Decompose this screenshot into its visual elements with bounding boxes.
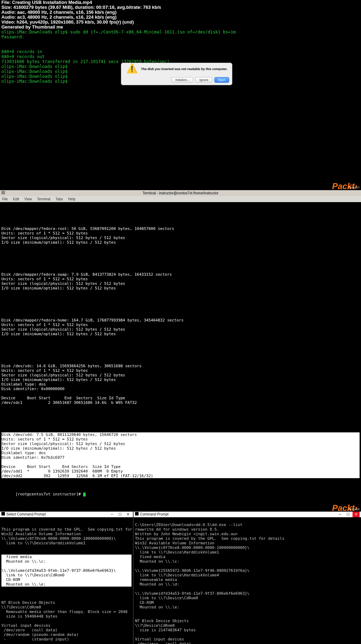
cmd-icon [135, 512, 139, 515]
records-out: 680+0 records out [1, 54, 360, 59]
cmd-left-output-1: This program is covered by the GPL. See … [1, 527, 131, 545]
minimize-icon[interactable]: ─ [336, 512, 343, 517]
cmd-titlebar-left[interactable]: Select Command Prompt ─ ☐ ✕ [0, 512, 133, 517]
records-in: 680+0 records in [1, 49, 360, 54]
linux-terminal-panel: Terminal - instructor@centos7vt:/home/in… [0, 190, 361, 512]
maximize-icon[interactable]: ☐ [344, 512, 351, 517]
ignore-button[interactable]: Ignore [195, 77, 212, 83]
menu-help[interactable]: Help [68, 197, 75, 201]
fdisk-fedora-home: Disk /dev/mapper/fedora-home: 164.7 GiB,… [1, 318, 360, 336]
initialize-button[interactable]: Initialize... [171, 77, 193, 83]
cmd-window-right: Command Prompt ─ ☐ ✕ C:\Users\IEUser\Dow… [134, 512, 361, 644]
menu-file[interactable]: File [2, 197, 8, 201]
password-prompt[interactable]: Password: [1, 35, 360, 39]
cmd-titlebar-right[interactable]: Command Prompt ─ ☐ ✕ [134, 512, 361, 517]
terminal-titlebar[interactable]: Terminal - instructor@centos7vt:/home/in… [0, 190, 361, 196]
video-timestamp: 00:02:17 [349, 185, 360, 190]
cmd-left-output-2: NT Block Device Objects \\?\Device\CdRom… [1, 596, 131, 644]
video-timestamp: 00:03:02 [349, 507, 360, 512]
minimize-icon[interactable]: ─ [108, 512, 115, 517]
fdisk-sdc: Disk /dev/sdc: 14.6 GiB, 15693664256 byt… [1, 364, 360, 405]
fdisk-fedora-root: Disk /dev/mapper/fedora-root: 50 GiB, 53… [1, 226, 360, 245]
fdisk-fedora-swap: Disk /dev/mapper/fedora-swap: 7.9 GiB, 8… [1, 272, 360, 290]
window-close-icon[interactable] [1, 191, 5, 194]
maximize-icon[interactable]: ☐ [116, 512, 123, 517]
cmd-right-output: C:\Users\IEUser\Downloads>dd-0.5\dd.exe … [134, 517, 361, 644]
cmd-window-left: Select Command Prompt ─ ☐ ✕ This program… [0, 512, 133, 644]
cursor-icon [83, 493, 86, 496]
menu-edit[interactable]: Edit [13, 197, 19, 201]
mac-terminal-panel: File: Creating USB Installation Media.mp… [0, 0, 361, 190]
dialog-message: The disk you inserted was not readable b… [141, 67, 227, 71]
windows-cmd-panel: Select Command Prompt ─ ☐ ✕ This program… [0, 512, 361, 644]
cmd-icon [1, 512, 5, 515]
cmd-title-left-text: Select Command Prompt [6, 512, 46, 516]
audio-line-1: Audio: aac, 48000 Hz, 2 channels, s16, 1… [1, 10, 360, 15]
audio-line-2: Audio: ac3, 48000 Hz, 2 channels, s16, 2… [1, 15, 360, 20]
fdisk-sdd-selected: Disk /dev/sdd: 7.5 GiB, 8011120640 bytes… [1, 432, 360, 478]
generated-line: Generated by Thumbnail me [1, 25, 360, 30]
close-icon[interactable]: ✕ [124, 512, 131, 517]
cmd-left-highlight[interactable]: fixed media Mounted on \\.\c: \\.\Volume… [1, 555, 131, 587]
cmd-title-right-text: Command Prompt [140, 512, 169, 516]
dd-command: olips-iMac:Downloads olip$ sudo dd if=./… [1, 30, 360, 35]
close-icon[interactable]: ✕ [353, 512, 360, 517]
warning-icon: ⚠️ [126, 66, 137, 76]
terminal-menubar[interactable]: File Edit View Terminal Tabs Help [0, 196, 361, 202]
menu-tabs[interactable]: Tabs [55, 197, 63, 201]
file-header: File: Creating USB Installation Media.mp… [1, 0, 360, 5]
shell-prompt: [root@centos7vt instructor]# [1, 487, 360, 501]
size-line: Size: 41600279 bytes (39.67 MiB), durati… [1, 5, 360, 10]
video-line: Video: h264, yuv420p, 1920x1080, 375 kb/… [1, 20, 360, 25]
eject-button[interactable]: Eject [214, 77, 229, 83]
menu-terminal[interactable]: Terminal [37, 197, 50, 201]
disk-unreadable-dialog: ⚠️ The disk you inserted was not readabl… [121, 63, 232, 85]
menu-view[interactable]: View [24, 197, 32, 201]
